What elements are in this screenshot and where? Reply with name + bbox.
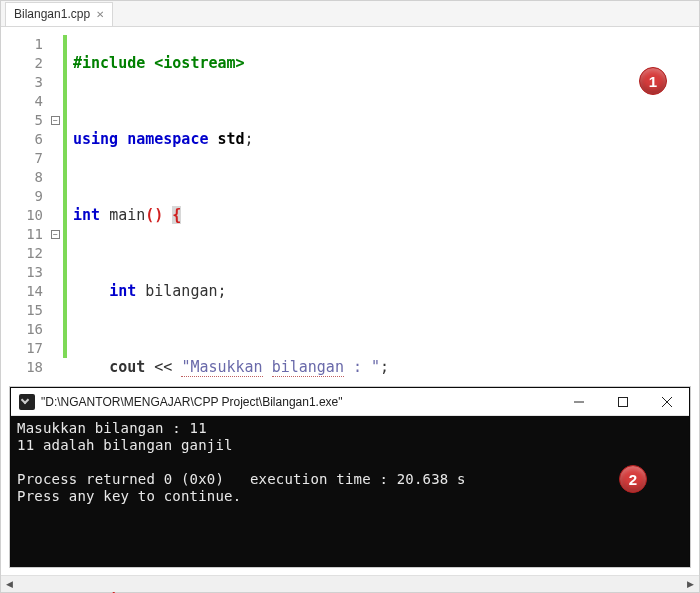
tab-close-icon[interactable]: ✕ xyxy=(96,9,104,20)
console-output[interactable]: Masukkan bilangan : 11 11 adalah bilanga… xyxy=(11,416,689,567)
console-app-icon xyxy=(19,394,35,410)
line-number: 15 xyxy=(1,301,43,320)
line-number: 13 xyxy=(1,263,43,282)
line-number: 10 xyxy=(1,206,43,225)
tab-title: Bilangan1.cpp xyxy=(14,7,90,21)
line-number: 18 xyxy=(1,358,43,377)
line-number: 4 xyxy=(1,92,43,111)
tab-bar: Bilangan1.cpp ✕ xyxy=(1,1,699,27)
line-number: 9 xyxy=(1,187,43,206)
fold-toggle-icon[interactable]: − xyxy=(51,230,60,239)
line-number: 14 xyxy=(1,282,43,301)
fold-column: − − xyxy=(49,27,63,381)
line-number: 3 xyxy=(1,73,43,92)
minimize-button[interactable] xyxy=(557,388,601,416)
line-number: 11 xyxy=(1,225,43,244)
line-number: 6 xyxy=(1,130,43,149)
svg-rect-1 xyxy=(619,397,628,406)
line-number: 7 xyxy=(1,149,43,168)
annotation-badge-2: 2 xyxy=(619,465,647,493)
code-editor[interactable]: 1 2 3 4 5 6 7 8 9 10 11 12 13 14 15 16 1… xyxy=(1,27,699,381)
code-content[interactable]: #include <iostream> using namespace std;… xyxy=(67,27,699,381)
line-number: 12 xyxy=(1,244,43,263)
tab-active[interactable]: Bilangan1.cpp ✕ xyxy=(5,2,113,26)
fold-toggle-icon[interactable]: − xyxy=(51,116,60,125)
line-gutter: 1 2 3 4 5 6 7 8 9 10 11 12 13 14 15 16 1… xyxy=(1,27,49,381)
line-number: 16 xyxy=(1,320,43,339)
close-button[interactable] xyxy=(645,388,689,416)
line-number: 8 xyxy=(1,168,43,187)
scroll-left-icon[interactable]: ◀ xyxy=(1,576,18,593)
line-number: 1 xyxy=(1,35,43,54)
console-titlebar[interactable]: "D:\NGANTOR\MENGAJAR\CPP Project\Bilanga… xyxy=(11,388,689,416)
horizontal-scrollbar[interactable]: ◀ ▶ xyxy=(1,575,699,592)
line-number: 5 xyxy=(1,111,43,130)
scroll-right-icon[interactable]: ▶ xyxy=(682,576,699,593)
console-title: "D:\NGANTOR\MENGAJAR\CPP Project\Bilanga… xyxy=(41,395,557,409)
annotation-badge-1: 1 xyxy=(639,67,667,95)
maximize-button[interactable] xyxy=(601,388,645,416)
line-number: 17 xyxy=(1,339,43,358)
line-number: 2 xyxy=(1,54,43,73)
console-window: "D:\NGANTOR\MENGAJAR\CPP Project\Bilanga… xyxy=(10,387,690,567)
